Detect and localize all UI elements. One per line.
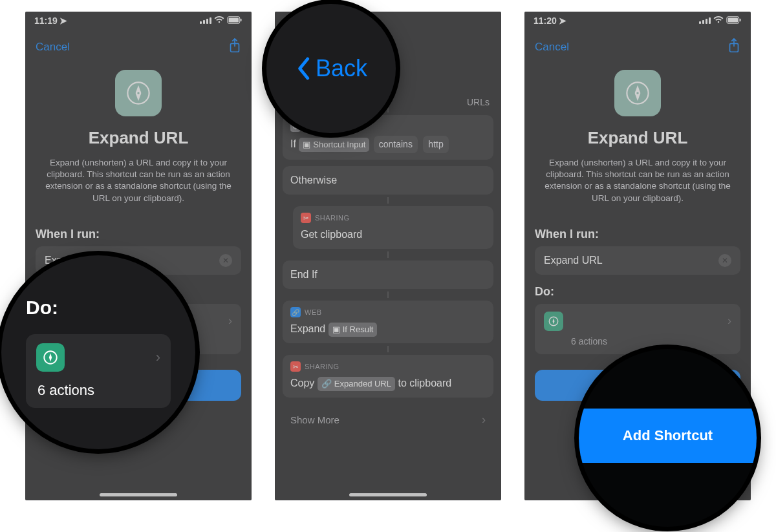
svg-rect-2 <box>241 18 242 21</box>
when-i-run-label: When I run: <box>36 228 241 241</box>
chevron-right-icon: › <box>482 413 486 427</box>
nav-bar: Cancel <box>25 30 252 65</box>
when-i-run-field[interactable]: Expand URL ✕ <box>535 246 740 275</box>
clear-icon[interactable]: ✕ <box>219 254 232 267</box>
phone-2: URLs ⚙SCRIPTING If ▣ Shortcut Input cont… <box>275 12 501 500</box>
when-i-run-value: Expand URL <box>45 255 103 266</box>
nav-bar: Cancel <box>524 30 751 65</box>
action-if[interactable]: ⚙SCRIPTING If ▣ Shortcut Input contains … <box>283 115 493 160</box>
action-get-clipboard[interactable]: ✂SHARING Get clipboard <box>293 206 493 249</box>
wifi-icon <box>713 16 724 26</box>
home-indicator <box>100 493 177 496</box>
svg-rect-1 <box>229 17 239 22</box>
svg-rect-11 <box>740 18 741 21</box>
shortcut-app-icon <box>614 70 661 116</box>
svg-marker-17 <box>553 318 555 324</box>
expanded-url-var[interactable]: 🔗 Expanded URL <box>318 377 395 391</box>
status-bar: 11:19➤ <box>25 12 252 30</box>
compass-icon <box>45 312 64 331</box>
chevron-right-icon: › <box>727 314 731 328</box>
chevron-right-icon: › <box>228 314 232 328</box>
battery-icon <box>726 16 742 26</box>
share-icon[interactable] <box>228 38 241 57</box>
location-icon: ➤ <box>559 16 566 26</box>
scripting-icon: ⚙ <box>290 122 301 132</box>
battery-icon <box>227 16 242 26</box>
home-indicator <box>599 493 676 496</box>
if-operator[interactable]: contains <box>374 136 418 153</box>
do-label: Do: <box>535 285 740 299</box>
do-actions-row[interactable]: › 6 actions <box>535 304 740 354</box>
shortcut-title: Expand URL <box>36 128 241 148</box>
home-indicator <box>349 493 427 496</box>
status-time: 11:20➤ <box>534 16 566 26</box>
status-bar: 11:20➤ <box>524 12 751 30</box>
sharing-icon: ✂ <box>301 213 311 223</box>
if-value[interactable]: http <box>423 136 448 153</box>
cancel-button[interactable]: Cancel <box>36 41 70 54</box>
shortcut-description: Expand (unshorten) a URL and copy it to … <box>36 157 241 222</box>
when-i-run-value: Expand URL <box>544 255 603 266</box>
share-icon[interactable] <box>727 38 740 57</box>
compass-icon <box>544 312 563 331</box>
svg-rect-10 <box>728 17 738 22</box>
if-result-var[interactable]: ▣ If Result <box>329 323 378 337</box>
cellular-icon <box>200 17 211 24</box>
location-icon: ➤ <box>59 16 67 26</box>
svg-point-6 <box>136 91 140 95</box>
sharing-icon: ✂ <box>290 361 301 372</box>
clear-icon[interactable]: ✕ <box>718 254 731 267</box>
action-copy[interactable]: ✂SHARING Copy 🔗 Expanded URL to clipboar… <box>283 355 493 398</box>
status-time: 11:19➤ <box>34 16 67 26</box>
svg-marker-8 <box>54 318 56 324</box>
status-right <box>200 16 242 26</box>
action-otherwise[interactable]: Otherwise <box>283 166 493 195</box>
shortcut-app-icon <box>115 70 162 116</box>
shortcut-title: Expand URL <box>535 128 740 148</box>
actions-count-label: 6 actions <box>72 336 232 346</box>
phone-3: 11:20➤ Cancel <box>524 12 751 500</box>
cancel-button[interactable]: Cancel <box>535 41 569 54</box>
when-i-run-field[interactable]: Expand URL ✕ <box>36 246 241 275</box>
do-label: Do: <box>36 285 241 299</box>
cellular-icon <box>699 17 711 24</box>
web-icon: 🔗 <box>290 307 301 317</box>
add-shortcut-button[interactable]: Add Shortcut <box>535 370 740 401</box>
svg-point-15 <box>636 91 640 95</box>
status-right <box>699 16 742 26</box>
add-shortcut-button[interactable]: Add Shortcut <box>36 370 241 401</box>
tutorial-collage: 11:19➤ Cancel <box>0 0 776 532</box>
do-actions-row[interactable]: › 6 actions <box>36 304 241 354</box>
wifi-icon <box>214 16 224 26</box>
shortcut-description: Expand (unshorten) a URL and copy it to … <box>535 157 740 222</box>
shortcut-input-var[interactable]: ▣ Shortcut Input <box>299 138 369 152</box>
action-end-if[interactable]: End If <box>283 261 493 289</box>
action-expand[interactable]: 🔗WEB Expand ▣ If Result <box>283 301 493 343</box>
show-more-row[interactable]: Show More › <box>283 404 493 436</box>
when-i-run-label: When I run: <box>535 228 740 241</box>
phone-1: 11:19➤ Cancel <box>25 12 252 500</box>
actions-count-label: 6 actions <box>571 336 731 346</box>
